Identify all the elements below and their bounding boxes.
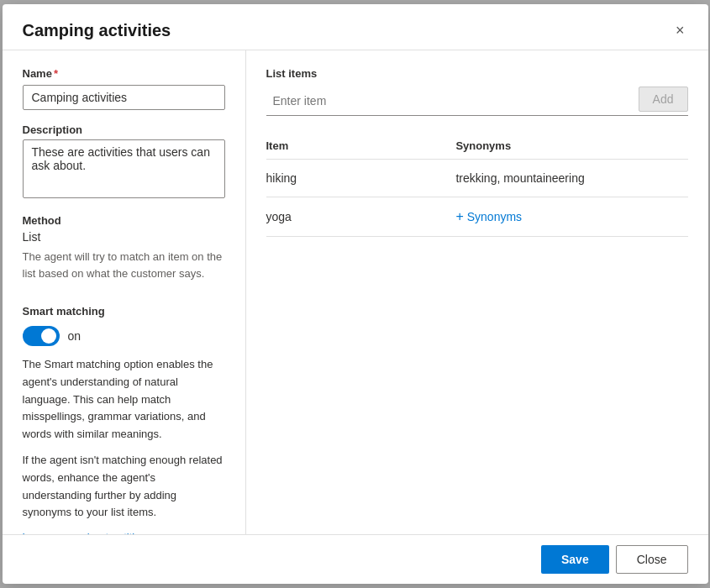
col-header-item: Item <box>266 133 456 160</box>
name-input[interactable] <box>23 85 225 110</box>
modal-body: Name* Description These are activities t… <box>3 50 708 534</box>
table-cell-item: hiking <box>266 160 456 197</box>
description-textarea[interactable]: These are activities that users can ask … <box>23 139 225 198</box>
enter-item-input[interactable] <box>266 89 632 113</box>
left-panel: Name* Description These are activities t… <box>3 50 246 534</box>
table-row: yoga+ Synonyms <box>266 197 688 237</box>
toggle-row: on <box>23 326 225 346</box>
smart-matching-desc-2: If the agent isn't matching enough relat… <box>23 452 225 522</box>
name-label: Name* <box>23 67 225 80</box>
close-button[interactable]: Close <box>616 545 688 574</box>
smart-matching-desc-1: The Smart matching option enables the ag… <box>23 356 225 444</box>
smart-matching-title: Smart matching <box>23 305 225 318</box>
add-synonym-label: Synonyms <box>467 210 522 223</box>
add-button[interactable]: Add <box>639 87 688 112</box>
plus-icon: + <box>455 209 463 224</box>
table-cell-item: yoga <box>266 197 456 237</box>
col-header-synonyms: Synonyms <box>455 133 687 160</box>
smart-matching-toggle[interactable] <box>23 326 60 346</box>
table-row: hikingtrekking, mountaineering <box>266 160 688 197</box>
required-star: * <box>54 67 58 80</box>
method-section-title: Method <box>23 214 225 227</box>
modal-dialog: Camping activities × Name* Description T… <box>3 4 708 584</box>
toggle-thumb <box>41 328 56 344</box>
right-panel: List items Add Item Synonyms hikingtrekk… <box>246 50 708 534</box>
modal-title: Camping activities <box>23 21 171 40</box>
table-header-row: Item Synonyms <box>266 133 688 160</box>
description-label: Description <box>23 123 225 136</box>
items-table: Item Synonyms hikingtrekking, mountainee… <box>266 133 688 237</box>
modal-overlay: Camping activities × Name* Description T… <box>0 0 710 588</box>
method-value: List <box>23 230 225 244</box>
table-cell-synonyms: trekking, mountaineering <box>455 160 687 197</box>
save-button[interactable]: Save <box>541 545 609 574</box>
method-description: The agent will try to match an item on t… <box>23 249 225 281</box>
add-synonym-button[interactable]: + Synonyms <box>455 209 522 224</box>
toggle-label: on <box>68 329 82 343</box>
modal-header: Camping activities × <box>3 4 708 50</box>
modal-close-button[interactable]: × <box>672 19 688 41</box>
list-items-label: List items <box>266 67 688 80</box>
modal-footer: Save Close <box>3 534 708 584</box>
table-cell-synonyms[interactable]: + Synonyms <box>455 197 687 237</box>
smart-matching-section: Smart matching on The Smart matching opt… <box>23 305 225 534</box>
add-item-row: Add <box>266 87 688 116</box>
